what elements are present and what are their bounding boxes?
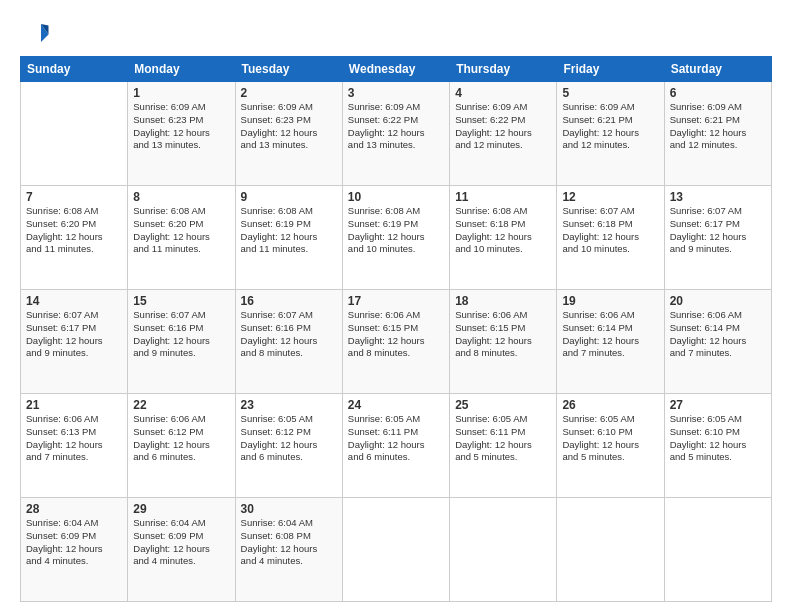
cell-info: Sunrise: 6:06 AM Sunset: 6:15 PM Dayligh… [455,309,551,360]
cell-day-number: 24 [348,398,444,412]
cell-day-number: 8 [133,190,229,204]
table-row: 29Sunrise: 6:04 AM Sunset: 6:09 PM Dayli… [128,498,235,602]
cell-day-number: 5 [562,86,658,100]
calendar-week-row: 14Sunrise: 6:07 AM Sunset: 6:17 PM Dayli… [21,290,772,394]
table-row: 21Sunrise: 6:06 AM Sunset: 6:13 PM Dayli… [21,394,128,498]
cell-day-number: 27 [670,398,766,412]
table-row [557,498,664,602]
col-monday: Monday [128,57,235,82]
table-row: 7Sunrise: 6:08 AM Sunset: 6:20 PM Daylig… [21,186,128,290]
cell-day-number: 20 [670,294,766,308]
cell-info: Sunrise: 6:05 AM Sunset: 6:12 PM Dayligh… [241,413,337,464]
col-saturday: Saturday [664,57,771,82]
table-row: 22Sunrise: 6:06 AM Sunset: 6:12 PM Dayli… [128,394,235,498]
table-row: 8Sunrise: 6:08 AM Sunset: 6:20 PM Daylig… [128,186,235,290]
calendar-week-row: 28Sunrise: 6:04 AM Sunset: 6:09 PM Dayli… [21,498,772,602]
table-row: 27Sunrise: 6:05 AM Sunset: 6:10 PM Dayli… [664,394,771,498]
col-thursday: Thursday [450,57,557,82]
cell-day-number: 30 [241,502,337,516]
col-tuesday: Tuesday [235,57,342,82]
cell-info: Sunrise: 6:06 AM Sunset: 6:14 PM Dayligh… [562,309,658,360]
cell-info: Sunrise: 6:09 AM Sunset: 6:23 PM Dayligh… [241,101,337,152]
logo-icon [20,18,50,48]
table-row: 20Sunrise: 6:06 AM Sunset: 6:14 PM Dayli… [664,290,771,394]
cell-day-number: 21 [26,398,122,412]
cell-info: Sunrise: 6:08 AM Sunset: 6:20 PM Dayligh… [133,205,229,256]
cell-info: Sunrise: 6:05 AM Sunset: 6:10 PM Dayligh… [562,413,658,464]
cell-day-number: 1 [133,86,229,100]
table-row: 12Sunrise: 6:07 AM Sunset: 6:18 PM Dayli… [557,186,664,290]
cell-day-number: 12 [562,190,658,204]
cell-day-number: 23 [241,398,337,412]
calendar-week-row: 21Sunrise: 6:06 AM Sunset: 6:13 PM Dayli… [21,394,772,498]
cell-info: Sunrise: 6:08 AM Sunset: 6:19 PM Dayligh… [348,205,444,256]
table-row: 19Sunrise: 6:06 AM Sunset: 6:14 PM Dayli… [557,290,664,394]
cell-info: Sunrise: 6:06 AM Sunset: 6:14 PM Dayligh… [670,309,766,360]
table-row [21,82,128,186]
table-row: 30Sunrise: 6:04 AM Sunset: 6:08 PM Dayli… [235,498,342,602]
cell-day-number: 3 [348,86,444,100]
cell-day-number: 22 [133,398,229,412]
cell-info: Sunrise: 6:07 AM Sunset: 6:17 PM Dayligh… [26,309,122,360]
table-row [342,498,449,602]
table-row [664,498,771,602]
cell-day-number: 25 [455,398,551,412]
table-row: 18Sunrise: 6:06 AM Sunset: 6:15 PM Dayli… [450,290,557,394]
table-row [450,498,557,602]
cell-info: Sunrise: 6:09 AM Sunset: 6:22 PM Dayligh… [455,101,551,152]
table-row: 13Sunrise: 6:07 AM Sunset: 6:17 PM Dayli… [664,186,771,290]
cell-day-number: 9 [241,190,337,204]
cell-day-number: 19 [562,294,658,308]
cell-day-number: 26 [562,398,658,412]
cell-day-number: 13 [670,190,766,204]
table-row: 4Sunrise: 6:09 AM Sunset: 6:22 PM Daylig… [450,82,557,186]
cell-day-number: 10 [348,190,444,204]
table-row: 1Sunrise: 6:09 AM Sunset: 6:23 PM Daylig… [128,82,235,186]
col-friday: Friday [557,57,664,82]
cell-info: Sunrise: 6:04 AM Sunset: 6:09 PM Dayligh… [26,517,122,568]
cell-day-number: 6 [670,86,766,100]
cell-day-number: 11 [455,190,551,204]
table-row: 3Sunrise: 6:09 AM Sunset: 6:22 PM Daylig… [342,82,449,186]
cell-info: Sunrise: 6:09 AM Sunset: 6:22 PM Dayligh… [348,101,444,152]
cell-info: Sunrise: 6:08 AM Sunset: 6:18 PM Dayligh… [455,205,551,256]
col-wednesday: Wednesday [342,57,449,82]
cell-info: Sunrise: 6:06 AM Sunset: 6:15 PM Dayligh… [348,309,444,360]
cell-day-number: 28 [26,502,122,516]
table-row: 9Sunrise: 6:08 AM Sunset: 6:19 PM Daylig… [235,186,342,290]
cell-info: Sunrise: 6:06 AM Sunset: 6:12 PM Dayligh… [133,413,229,464]
cell-info: Sunrise: 6:05 AM Sunset: 6:11 PM Dayligh… [348,413,444,464]
page: Sunday Monday Tuesday Wednesday Thursday… [0,0,792,612]
cell-day-number: 16 [241,294,337,308]
table-row: 10Sunrise: 6:08 AM Sunset: 6:19 PM Dayli… [342,186,449,290]
cell-info: Sunrise: 6:07 AM Sunset: 6:16 PM Dayligh… [241,309,337,360]
cell-info: Sunrise: 6:05 AM Sunset: 6:11 PM Dayligh… [455,413,551,464]
cell-day-number: 7 [26,190,122,204]
cell-day-number: 18 [455,294,551,308]
cell-info: Sunrise: 6:09 AM Sunset: 6:21 PM Dayligh… [670,101,766,152]
cell-day-number: 29 [133,502,229,516]
table-row: 23Sunrise: 6:05 AM Sunset: 6:12 PM Dayli… [235,394,342,498]
cell-info: Sunrise: 6:07 AM Sunset: 6:16 PM Dayligh… [133,309,229,360]
cell-info: Sunrise: 6:07 AM Sunset: 6:18 PM Dayligh… [562,205,658,256]
cell-info: Sunrise: 6:05 AM Sunset: 6:10 PM Dayligh… [670,413,766,464]
table-row: 16Sunrise: 6:07 AM Sunset: 6:16 PM Dayli… [235,290,342,394]
cell-info: Sunrise: 6:06 AM Sunset: 6:13 PM Dayligh… [26,413,122,464]
table-row: 5Sunrise: 6:09 AM Sunset: 6:21 PM Daylig… [557,82,664,186]
cell-info: Sunrise: 6:08 AM Sunset: 6:19 PM Dayligh… [241,205,337,256]
calendar-week-row: 1Sunrise: 6:09 AM Sunset: 6:23 PM Daylig… [21,82,772,186]
table-row: 17Sunrise: 6:06 AM Sunset: 6:15 PM Dayli… [342,290,449,394]
table-row: 15Sunrise: 6:07 AM Sunset: 6:16 PM Dayli… [128,290,235,394]
cell-day-number: 4 [455,86,551,100]
cell-day-number: 2 [241,86,337,100]
header [20,18,772,48]
calendar-week-row: 7Sunrise: 6:08 AM Sunset: 6:20 PM Daylig… [21,186,772,290]
table-row: 6Sunrise: 6:09 AM Sunset: 6:21 PM Daylig… [664,82,771,186]
calendar-header-row: Sunday Monday Tuesday Wednesday Thursday… [21,57,772,82]
logo-wrapper [20,18,52,48]
cell-info: Sunrise: 6:09 AM Sunset: 6:21 PM Dayligh… [562,101,658,152]
calendar-table: Sunday Monday Tuesday Wednesday Thursday… [20,56,772,602]
cell-info: Sunrise: 6:04 AM Sunset: 6:09 PM Dayligh… [133,517,229,568]
table-row: 26Sunrise: 6:05 AM Sunset: 6:10 PM Dayli… [557,394,664,498]
col-sunday: Sunday [21,57,128,82]
